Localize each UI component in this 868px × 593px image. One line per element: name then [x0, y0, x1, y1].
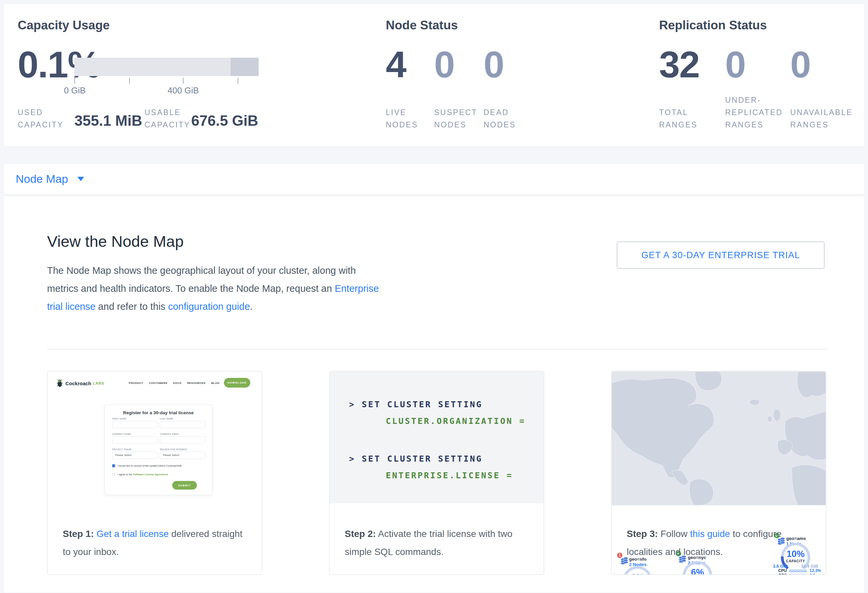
project-phase-select: Please Select [112, 452, 158, 459]
capacity-bar [74, 58, 258, 76]
email-updates-checkbox [112, 464, 115, 467]
nav-product: PRODUCT [129, 381, 143, 384]
cluster-summary-panel: Capacity Usage 0.1% 0 GiB 400 GiB USEDCA… [3, 3, 865, 147]
cpu-sparkline [789, 569, 807, 572]
step1-caption: Step 1: Get a trial license delivered st… [63, 525, 249, 561]
chevron-down-icon [77, 177, 84, 181]
company-name-field [112, 436, 158, 444]
license-agreement-label: I agree to the Software License Agreemen… [118, 473, 168, 476]
suspect-nodes-count: 0 [434, 43, 454, 86]
project-phase-label: PROJECT PHASE [112, 448, 131, 450]
cockroach-labs-logo: Cockroach LABS [56, 379, 104, 387]
under-replicated-count: 0 [725, 43, 745, 86]
company-email-field [160, 436, 205, 444]
get-enterprise-trial-button[interactable]: GET A 30-DAY ENTERPRISE TRIAL [617, 241, 825, 269]
trial-registration-form: Register for a 30-day trial license FIRS… [105, 405, 212, 495]
trial-license-site-thumbnail: Cockroach LABS PRODUCT CUSTOMERS DOCS RE… [48, 372, 262, 519]
world-map [612, 372, 826, 505]
capacity-usage-title: Capacity Usage [18, 18, 110, 32]
sql-enterprise-license: ENTERPRISE.LICENSE = [386, 471, 513, 480]
node-status-title: Node Status [386, 18, 458, 32]
under-replicated-label: UNDER-REPLICATEDRANGES [725, 94, 783, 131]
download-button: DOWNLOAD [224, 378, 250, 387]
first-name-field [112, 421, 158, 428]
license-agreement-checkbox [112, 473, 115, 476]
last-name-field [160, 421, 205, 428]
intro-text: The Node Map shows the geographical layo… [47, 262, 379, 315]
view-selector-bar[interactable]: Node Map [3, 163, 865, 194]
reason-label: REASON FOR INTEREST [160, 448, 187, 450]
intro-line1: The Node Map shows the geographical layo… [47, 265, 356, 276]
last-name-label: LAST NAME [160, 418, 173, 420]
company-email-label: COMPANY EMAIL [160, 433, 179, 435]
used-capacity-value: 355.1 MiB [74, 112, 142, 129]
capacity-tick [129, 78, 130, 84]
dead-nodes-count: 0 [484, 43, 503, 86]
node-map-thumbnail: 1 geo=sfo 2 Nodes 9% CAPACITY 3.2 GiB35.… [612, 372, 826, 505]
form-title: Register for a 30-day trial license [105, 410, 212, 415]
site-nav: PRODUCT CUSTOMERS DOCS RESOURCES BLOG [129, 381, 220, 384]
capacity-bar-reserved-segment [230, 58, 258, 76]
unavailable-count: 0 [790, 43, 810, 86]
intro-line2: metrics and health indicators. To enable… [47, 283, 335, 294]
node-map-dropdown[interactable]: Node Map [16, 172, 68, 185]
sql-set-cluster-setting-2: > SET CLUSTER SETTING [349, 454, 483, 464]
first-name-label: FIRST NAME [112, 418, 126, 420]
capacity-tick-label-0: 0 GiB [48, 85, 102, 96]
replication-status-title: Replication Status [659, 18, 767, 32]
nav-resources: RESOURCES [187, 381, 205, 384]
capacity-tick-label-400: 400 GiB [156, 85, 210, 96]
cockroach-icon [56, 379, 63, 387]
nav-blog: BLOG [211, 381, 220, 384]
step1-card: Cockroach LABS PRODUCT CUSTOMERS DOCS RE… [47, 371, 262, 575]
capacity-tick [238, 78, 238, 84]
company-name-label: COMPANY NAME [112, 433, 131, 435]
step3-caption: Step 3: Follow this guide to configure l… [627, 525, 813, 561]
dead-nodes-label: DEADNODES [484, 106, 516, 131]
email-updates-label: I would like to receive email updates ab… [118, 464, 182, 467]
suspect-nodes-label: SUSPECTNODES [434, 106, 478, 131]
enterprise-trial-license-link[interactable]: trial license [47, 301, 96, 312]
unavailable-label: UNAVAILABLERANGES [790, 106, 853, 131]
step2-card: > SET CLUSTER SETTING CLUSTER.ORGANIZATI… [329, 371, 544, 575]
step3-card: 1 geo=sfo 2 Nodes 9% CAPACITY 3.2 GiB35.… [611, 371, 826, 575]
live-nodes-count: 4 [386, 43, 406, 86]
usable-capacity-value: 676.5 GiB [191, 112, 258, 129]
page-title: View the Node Map [47, 232, 183, 250]
submit-button: SUBMIT [172, 481, 197, 490]
qps-sparkline [789, 574, 807, 575]
usable-capacity-label: USABLECAPACITY [145, 106, 190, 131]
capacity-tick [183, 78, 183, 84]
get-trial-license-link[interactable]: Get a trial license [96, 529, 168, 539]
live-nodes-label: LIVENODES [386, 106, 418, 131]
sql-cluster-organization: CLUSTER.ORGANIZATION = [386, 416, 526, 426]
step2-caption: Step 2: Activate the trial license with … [345, 525, 531, 561]
sql-commands-thumbnail: > SET CLUSTER SETTING CLUSTER.ORGANIZATI… [330, 372, 544, 503]
nav-docs: DOCS [173, 381, 182, 384]
divider [47, 349, 827, 350]
software-license-link: Software License Agreement. [133, 473, 168, 476]
this-guide-link[interactable]: this guide [690, 529, 730, 539]
total-ranges-count: 32 [659, 43, 700, 86]
capacity-tick [74, 78, 75, 84]
nav-customers: CUSTOMERS [149, 381, 167, 384]
configuration-guide-link[interactable]: configuration guide [168, 301, 250, 312]
sql-set-cluster-setting-1: > SET CLUSTER SETTING [349, 400, 483, 409]
enterprise-trial-license-link[interactable]: Enterprise [335, 283, 379, 294]
total-ranges-label: TOTALRANGES [659, 106, 697, 131]
reason-select: Please Select [160, 452, 205, 459]
used-capacity-label: USEDCAPACITY [18, 106, 63, 131]
node-map-promo-panel: View the Node Map The Node Map shows the… [3, 196, 865, 593]
